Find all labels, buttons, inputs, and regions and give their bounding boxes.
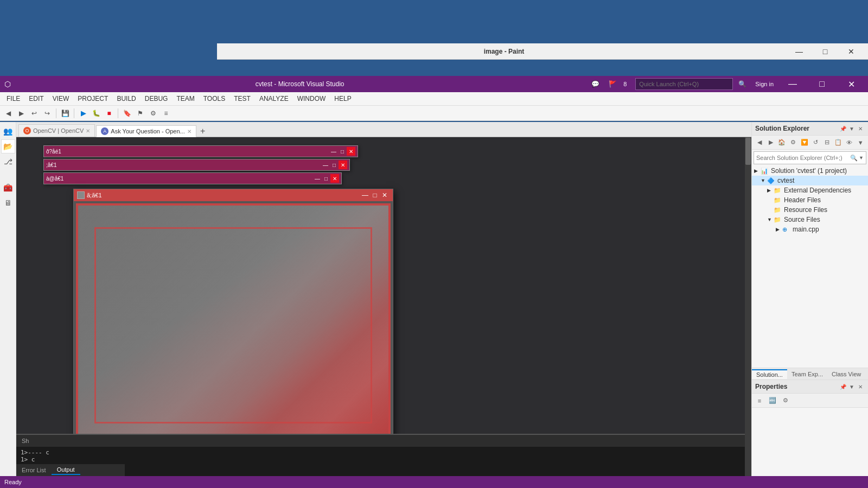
menu-team[interactable]: TEAM [172,94,199,104]
se-collapse-btn[interactable]: ⊟ [821,137,832,148]
se-search-input[interactable] [756,155,849,161]
prop-settings[interactable]: ⚙ [780,395,791,406]
menu-test[interactable]: TEST [229,94,255,104]
menu-debug[interactable]: DEBUG [141,94,173,104]
menu-file[interactable]: FILE [2,94,24,104]
activity-toolbox[interactable]: 🧰 [1,181,15,195]
status-ready: Ready [4,479,22,485]
menu-window[interactable]: WINDOW [293,94,330,104]
vs-minimize[interactable]: — [780,76,805,92]
toolbar-bookmark[interactable]: 🔖 [121,107,133,119]
cascade-close-1[interactable]: ✕ [347,147,355,156]
se-preview-btn[interactable]: 👁 [844,137,855,148]
properties-close[interactable]: ✕ [856,382,865,391]
cascade-max-3[interactable]: □ [322,174,330,183]
cascade-max-1[interactable]: □ [338,147,347,156]
se-header: Solution Explorer 📌 ▼ ✕ [752,122,868,136]
properties-dropdown[interactable]: ▼ [847,382,856,391]
tree-external-deps[interactable]: ▶ 📁 External Dependencies [752,185,868,195]
toolbar-debug[interactable]: 🐛 [90,107,102,119]
cascade-window-3[interactable]: à@å€1 — □ ✕ [43,172,342,184]
se-close-btn[interactable]: ✕ [856,124,865,133]
opencv-main-window[interactable]: ã;ã€1 — □ ✕ [73,189,393,450]
toolbar-more[interactable]: ≡ [160,107,172,119]
tree-project[interactable]: ▼ 🔷 cvtest [752,176,868,185]
menu-view[interactable]: VIEW [48,94,74,104]
tree-header-files[interactable]: 📁 Header Files [752,195,868,205]
tab-class-view[interactable]: Class View [827,370,865,378]
se-refresh-btn[interactable]: ↺ [810,137,821,148]
tree-resource-files[interactable]: 📁 Resource Files [752,205,868,215]
toolbar-nav-back[interactable]: ◀ [2,107,14,119]
tree-solution[interactable]: ▶ 📊 Solution 'cvtest' (1 project) [752,166,868,176]
se-search-dropdown[interactable]: ▼ [859,155,864,160]
add-tab-btn[interactable]: + [197,126,208,137]
toolbar-undo[interactable]: ↩ [28,107,40,119]
tab-ask-close[interactable]: ✕ [187,129,192,134]
se-back-btn[interactable]: ◀ [754,137,765,148]
menu-analyze[interactable]: ANALYZE [255,94,293,104]
main-cpp-label: main.cpp [793,226,819,233]
se-properties-btn[interactable]: 📋 [833,137,844,148]
prop-alphabetical[interactable]: 🔤 [767,395,778,406]
vs-maximize[interactable]: □ [809,76,834,92]
tab-opencv[interactable]: O OpenCV | OpenCV ✕ [18,124,95,137]
cascade-close-3[interactable]: ✕ [330,174,339,183]
menu-help[interactable]: HELP [330,94,355,104]
vs-close[interactable]: ✕ [839,76,864,92]
cascade-close-2[interactable]: ✕ [339,160,347,169]
toolbar-flag[interactable]: ⚑ [134,107,146,119]
editor-scroll-thumb[interactable] [745,138,751,165]
menu-tools[interactable]: TOOLS [199,94,229,104]
toolbar-stop[interactable]: ■ [103,107,115,119]
toolbar-save[interactable]: 💾 [59,107,71,119]
toolbar-nav-fwd[interactable]: ▶ [15,107,27,119]
menu-project[interactable]: PROJECT [73,94,112,104]
tab-output[interactable]: Output [52,465,80,475]
se-search-icon[interactable]: 🔍 [850,155,858,162]
cascade-window-1[interactable]: ð?åé1 — □ ✕ [43,145,358,157]
toolbar-redo[interactable]: ↪ [41,107,53,119]
editor-scrollbar[interactable] [745,137,751,488]
cascade-window-2[interactable]: ;å€1 — □ ✕ [43,159,350,171]
cascade-min-2[interactable]: — [321,160,330,169]
tab-opencv-close[interactable]: ✕ [86,128,90,134]
se-filter-btn[interactable]: 🔽 [799,137,810,148]
tree-main-cpp[interactable]: ▶ ⊕ main.cpp [752,224,868,234]
menu-edit[interactable]: EDIT [24,94,48,104]
opencv-max[interactable]: □ [370,190,380,200]
flag-btn[interactable]: 🚩 [606,78,619,91]
se-fwd-btn[interactable]: ▶ [765,137,776,148]
activity-solution[interactable]: 📂 [1,139,15,153]
activity-git[interactable]: ⎇ [1,155,15,169]
opencv-min[interactable]: — [360,190,370,200]
opencv-close[interactable]: ✕ [380,190,390,200]
menu-build[interactable]: BUILD [112,94,140,104]
toolbar-profile[interactable]: ⚙ [147,107,159,119]
cascade-max-2[interactable]: □ [330,160,339,169]
paint-maximize[interactable]: □ [813,44,838,59]
toolbar-run[interactable]: ▶ [77,107,89,119]
activity-team-explorer[interactable]: 👥 [1,124,15,138]
se-pin-btn[interactable]: 📌 [839,124,847,133]
cascade-titlebar-1: ð?åé1 — □ ✕ [44,146,358,157]
tab-solution[interactable]: Solution... [752,369,787,379]
cascade-min-1[interactable]: — [329,147,338,156]
quick-launch-input[interactable] [635,78,733,90]
se-home-btn[interactable]: 🏠 [776,137,787,148]
paint-minimize[interactable]: — [787,44,812,59]
se-dropdown-btn[interactable]: ▼ [847,124,856,133]
signin-btn[interactable]: Sign in [755,81,774,87]
cascade-min-3[interactable]: — [313,174,322,183]
tab-team-exp[interactable]: Team Exp... [787,370,827,378]
notification-btn[interactable]: 💬 [589,78,602,91]
tab-error-list[interactable]: Error List [16,466,52,474]
tab-ask[interactable]: A Ask Your Question - Open... ✕ [96,125,196,138]
properties-pin[interactable]: 📌 [839,382,847,391]
tree-source-files[interactable]: ▼ 📁 Source Files [752,215,868,224]
prop-categorized[interactable]: ≡ [754,395,765,406]
se-expand-btn[interactable]: ▼ [855,137,866,148]
paint-close[interactable]: ✕ [839,44,864,59]
se-settings-btn[interactable]: ⚙ [788,137,799,148]
activity-server[interactable]: 🖥 [1,196,15,210]
